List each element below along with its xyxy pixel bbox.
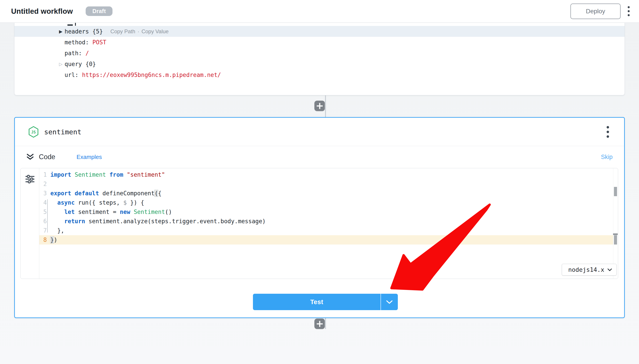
runtime-select-value: nodejs14.x [568, 266, 604, 273]
step-card-sentiment: JS sentiment Code Examples Skip [14, 117, 625, 318]
copy-path-action[interactable]: Copy Path [111, 28, 135, 34]
line-number: 5 [39, 207, 48, 216]
deploy-button[interactable]: Deploy [570, 4, 620, 19]
code-line-5[interactable]: 5 let sentiment = new Sentiment() [39, 207, 613, 216]
inspector-row-path: path:/ [15, 48, 624, 58]
chevron-down-icon [607, 268, 612, 271]
step-menu-kebab-icon[interactable] [605, 124, 610, 139]
line-number: 3 [39, 189, 48, 198]
line-number: 2 [39, 179, 48, 189]
svg-text:JS: JS [31, 130, 36, 134]
inspector-meta: {5} [93, 28, 103, 35]
inspector-value: / [85, 50, 89, 56]
inspector-key: path: [65, 50, 82, 56]
connector-line [325, 95, 326, 117]
inspector-key: url: [65, 72, 79, 78]
add-step-button[interactable] [314, 101, 325, 111]
line-content: async run({ steps, $ }) { [50, 198, 144, 207]
trigger-event-inspector: ▶headers{5}Copy Path·Copy Valuemethod:PO… [14, 23, 625, 95]
line-content: return sentiment.analyze(steps.trigger.e… [50, 216, 266, 226]
connector-line [325, 318, 326, 329]
code-line-1[interactable]: 1import Sentiment from "sentiment" [39, 170, 613, 179]
expand-triangle-icon[interactable]: ▶ [59, 29, 62, 34]
expand-triangle-icon[interactable]: ▷ [59, 62, 62, 67]
test-split-button: Test [253, 294, 398, 310]
workflow-editor-page: Untitled workflow Draft Deploy ▶headers{… [0, 0, 639, 364]
editor-gutter-tools [21, 168, 39, 279]
line-content: let sentiment = new Sentiment() [50, 207, 172, 216]
code-line-8[interactable]: 8}) [39, 235, 613, 244]
overview-ruler-marker [614, 235, 617, 244]
inspector-row-headers: ▶headers{5}Copy Path·Copy Value [15, 26, 624, 37]
test-options-dropdown-button[interactable] [381, 294, 398, 310]
inspector-meta: {0} [85, 61, 96, 68]
chevron-down-icon [386, 300, 393, 304]
test-button[interactable]: Test [253, 294, 381, 310]
row-actions: Copy Path·Copy Value [111, 28, 169, 34]
copy-value-action[interactable]: Copy Value [142, 28, 169, 34]
draft-status-badge: Draft [86, 6, 113, 16]
runtime-select[interactable]: nodejs14.x [562, 264, 616, 276]
code-line-7[interactable]: 7 }, [39, 226, 613, 235]
line-content: import Sentiment from "sentiment" [50, 170, 165, 179]
line-number: 6 [39, 216, 48, 226]
inspector-key: headers [65, 28, 89, 35]
actions-separator: · [138, 28, 139, 34]
code-editor[interactable]: 1import Sentiment from "sentiment"23expo… [21, 168, 618, 279]
clipped-row-fragment [15, 23, 624, 26]
code-line-3[interactable]: 3export default defineComponent({ [39, 189, 613, 198]
code-line-4[interactable]: 4 async run({ steps, $ }) { [39, 198, 613, 207]
line-number: 4 [39, 198, 48, 207]
line-content: }, [50, 226, 64, 235]
line-number: 8 [39, 235, 48, 244]
scrollbar-thumb[interactable] [614, 187, 617, 196]
line-number: 7 [39, 226, 48, 235]
top-bar-actions: Deploy [570, 4, 639, 19]
code-lines[interactable]: 1import Sentiment from "sentiment"23expo… [39, 168, 613, 279]
workflow-menu-kebab-icon[interactable] [626, 5, 631, 18]
code-line-6[interactable]: 6 return sentiment.analyze(steps.trigger… [39, 216, 613, 226]
workflow-canvas: ▶headers{5}Copy Path·Copy Valuemethod:PO… [0, 23, 639, 364]
inspector-row-query: ▷query{0} [15, 58, 624, 70]
indent-guide [47, 199, 48, 232]
code-line-2[interactable]: 2 [39, 179, 613, 189]
inspector-row-url: url:https://eoxew995bng6ncs.m.pipedream.… [15, 70, 624, 80]
inspector-row-method: method:POST [15, 37, 624, 48]
examples-link[interactable]: Examples [77, 154, 102, 160]
collapse-section-double-chevron-icon[interactable] [27, 154, 34, 160]
code-section-bar: Code Examples Skip [15, 146, 624, 168]
nodejs-icon: JS [28, 126, 39, 138]
workflow-title: Untitled workflow [11, 7, 73, 16]
step-title: sentiment [44, 128, 81, 136]
line-content: export default defineComponent({ [50, 189, 162, 198]
top-bar: Untitled workflow Draft Deploy [0, 0, 639, 23]
editor-settings-sliders-icon[interactable] [25, 174, 35, 184]
editor-scrollbar[interactable] [613, 168, 618, 279]
inspector-key: query [65, 61, 82, 68]
skip-link[interactable]: Skip [601, 154, 612, 160]
add-step-button[interactable] [314, 318, 325, 329]
inspector-rows: ▶headers{5}Copy Path·Copy Valuemethod:PO… [15, 26, 624, 80]
inspector-value: POST [93, 39, 107, 46]
line-content: }) [50, 235, 57, 244]
code-section-label: Code [39, 153, 55, 161]
step-header: JS sentiment [15, 118, 624, 146]
inspector-key: method: [65, 39, 89, 46]
inspector-value: https://eoxew995bng6ncs.m.pipedream.net/ [82, 72, 221, 78]
line-number: 1 [39, 170, 48, 179]
